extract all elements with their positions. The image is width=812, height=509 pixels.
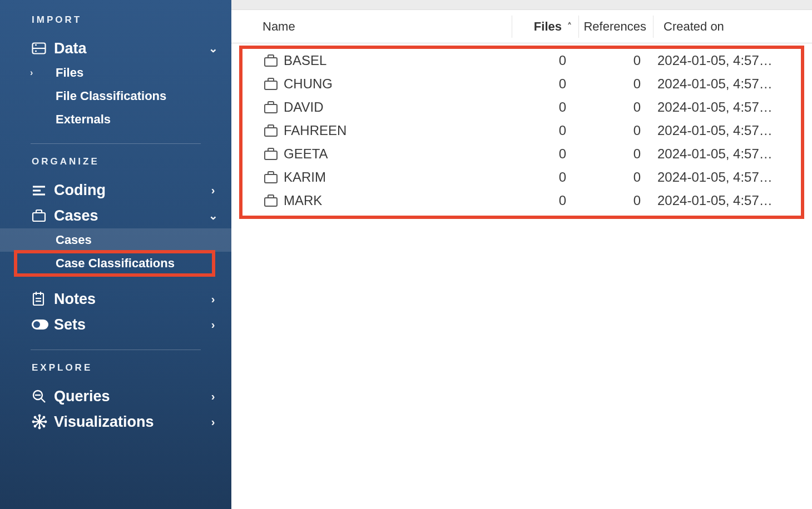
svg-rect-43 [268,125,274,128]
table-row[interactable]: BASEL 0 0 2024-01-05, 4:57… [242,49,801,72]
nav-sub-label: Case Classifications [56,256,175,271]
cell-name: FAHREEN [284,123,346,138]
cases-table: Name Files ˄ References Created on [231,10,812,219]
cell-name: MARK [284,193,322,208]
nav-item-sets[interactable]: Sets › [0,312,231,337]
table-row[interactable]: KARIM 0 0 2024-01-05, 4:57… [242,166,801,189]
svg-rect-47 [268,172,274,174]
cell-created: 2024-01-05, 4:57… [651,169,801,185]
cell-created: 2024-01-05, 4:57… [651,146,801,162]
chevron-right-icon: › [206,184,220,197]
cell-name: BASEL [284,53,326,68]
sort-asc-icon: ˄ [567,21,572,32]
nav-item-label: Sets [54,316,206,333]
table-row[interactable]: DAVID 0 0 2024-01-05, 4:57… [242,96,801,119]
nav-item-queries[interactable]: Queries › [0,383,231,409]
cell-refs: 0 [576,193,651,208]
svg-rect-39 [268,78,274,81]
table-body-highlight: BASEL 0 0 2024-01-05, 4:57… CHUNG 0 0 20… [239,46,804,219]
case-icon [264,101,278,114]
nav-sub-label: File Classifications [56,89,166,103]
cell-created: 2024-01-05, 4:57… [651,53,801,68]
table-row[interactable]: CHUNG 0 0 2024-01-05, 4:57… [242,72,801,96]
case-icon [264,147,278,161]
col-header-created[interactable]: Created on [653,16,812,38]
cell-files: 0 [509,76,576,92]
nav-sub-files[interactable]: › Files [0,61,231,84]
nav-sub-cases[interactable]: Cases [0,228,231,252]
col-header-name[interactable]: Name [231,16,512,38]
nav-item-label: Cases [54,207,206,224]
cell-created: 2024-01-05, 4:57… [651,123,801,138]
col-header-label: Files [534,19,562,34]
table-row[interactable]: FAHREEN 0 0 2024-01-05, 4:57… [242,119,801,142]
nav-item-notes[interactable]: Notes › [0,286,231,312]
svg-rect-8 [36,210,42,213]
svg-rect-48 [265,198,277,206]
chevron-right-icon: › [206,390,220,403]
nav-item-label: Visualizations [54,413,206,431]
cell-files: 0 [509,146,576,162]
nav-item-label: Data [54,40,206,57]
case-icon [264,77,278,91]
case-icon [264,54,278,67]
cell-name: CHUNG [284,76,333,92]
sidebar: IMPORT Data ⌄ › Files File Classificatio… [0,0,231,509]
svg-line-18 [41,398,45,402]
table-row[interactable]: GEETA 0 0 2024-01-05, 4:57… [242,142,801,166]
col-header-label: References [583,19,646,34]
svg-rect-41 [268,102,274,104]
case-icon [264,194,278,207]
nav-item-visualizations[interactable]: Visualizations › [0,409,231,435]
svg-rect-37 [268,55,274,58]
nav-item-label: Notes [54,291,206,308]
table-row[interactable]: MARK 0 0 2024-01-05, 4:57… [242,189,801,212]
svg-point-15 [33,321,40,328]
chevron-right-icon: › [30,68,33,78]
col-header-label: Created on [664,19,724,34]
case-icon [264,171,278,184]
svg-rect-45 [268,148,274,151]
cell-created: 2024-01-05, 4:57… [651,193,801,208]
nav-item-label: Queries [54,388,206,405]
queries-icon [32,389,54,403]
svg-line-34 [35,422,39,426]
svg-rect-46 [265,174,277,183]
cell-files: 0 [509,53,576,68]
cell-refs: 0 [576,99,651,115]
section-label-explore: EXPLORE [0,362,231,383]
cell-files: 0 [509,193,576,208]
divider [31,350,201,350]
sets-icon [32,320,54,330]
nav-sub-case-classifications[interactable]: Case Classifications [0,252,231,275]
col-header-files[interactable]: Files ˄ [512,16,579,38]
chevron-down-icon: ⌄ [206,209,220,222]
svg-rect-40 [265,104,277,113]
nav-item-cases[interactable]: Cases ⌄ [0,203,231,228]
chevron-right-icon: › [206,416,220,428]
nav-item-data[interactable]: Data ⌄ [0,36,231,61]
chevron-down-icon: ⌄ [206,42,220,55]
divider [31,143,201,144]
cell-files: 0 [509,169,576,185]
data-icon [32,42,54,54]
nav-sub-file-classifications[interactable]: File Classifications [0,84,231,108]
svg-line-32 [35,417,39,422]
cell-name: KARIM [284,169,326,185]
cell-name: GEETA [284,146,328,162]
cell-refs: 0 [576,53,651,68]
cases-icon [32,209,54,222]
svg-rect-44 [265,151,277,159]
svg-rect-9 [33,293,43,305]
svg-rect-36 [265,58,277,66]
svg-line-33 [39,417,44,422]
nav-item-coding[interactable]: Coding › [0,177,231,203]
notes-icon [32,292,54,306]
cell-created: 2024-01-05, 4:57… [651,99,801,115]
nav-item-label: Coding [54,182,206,199]
svg-rect-7 [33,213,45,221]
cell-files: 0 [509,99,576,115]
col-header-references[interactable]: References [579,16,653,38]
nav-sub-externals[interactable]: Externals [0,108,231,131]
cell-files: 0 [509,123,576,138]
